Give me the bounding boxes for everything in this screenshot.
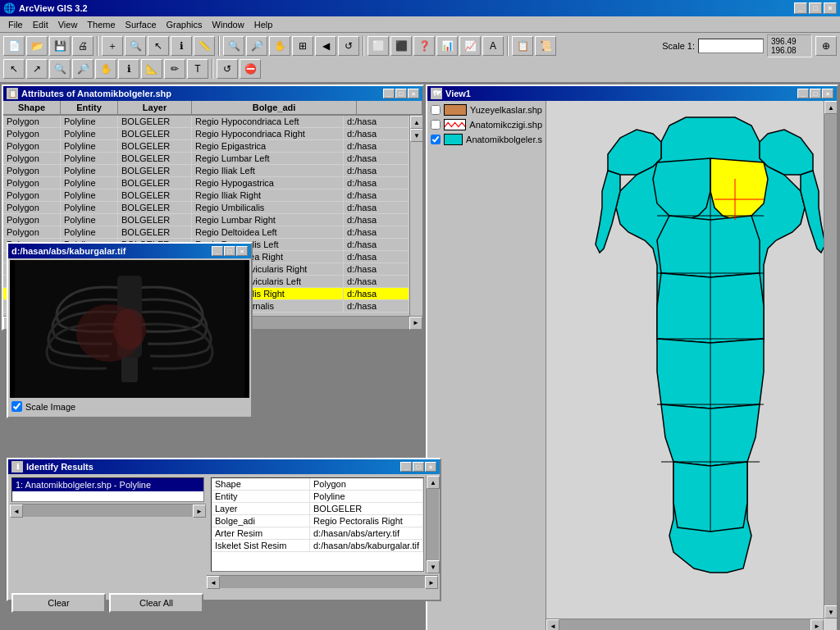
list-scrollbar-h[interactable]: ◄ ►	[10, 504, 206, 517]
view-maximize[interactable]: □	[810, 89, 821, 98]
scroll-up[interactable]: ▲	[410, 116, 422, 129]
menu-graphics[interactable]: Graphics	[162, 18, 208, 31]
table-row[interactable]: PolygonPolylineBOLGELERRegio Deltoidea L…	[3, 226, 409, 239]
map-scrollbar-v[interactable]: ▲ ▼	[824, 101, 837, 619]
save-button[interactable]: 💾	[49, 36, 71, 56]
menu-view[interactable]: View	[53, 18, 83, 31]
maximize-button[interactable]: □	[809, 2, 822, 14]
prev-extent-button[interactable]: ◀	[315, 36, 336, 56]
identify-list-item-0[interactable]: 1: Anatomikbolgeler.shp - Polyline	[12, 478, 203, 491]
add-theme-button[interactable]: ＋	[102, 36, 123, 56]
identify-close[interactable]: ×	[425, 462, 436, 472]
legend-button[interactable]: 📜	[535, 36, 556, 56]
text-tool[interactable]: T	[187, 59, 208, 79]
clear-button[interactable]: Clear	[11, 593, 106, 613]
identify-button[interactable]: ℹ	[171, 36, 192, 56]
info-tool[interactable]: ℹ	[118, 59, 139, 79]
menu-surface[interactable]: Surface	[121, 18, 162, 31]
list-scroll-right[interactable]: ►	[193, 504, 206, 518]
menu-theme[interactable]: Theme	[82, 18, 120, 31]
id-scroll-up[interactable]: ▲	[427, 476, 440, 489]
table-cell: d:/hasa	[344, 214, 409, 226]
menu-window[interactable]: Window	[208, 18, 249, 31]
pointer-tool[interactable]: ↖	[3, 59, 25, 79]
pan-tool[interactable]: ✋	[95, 59, 116, 79]
table-row[interactable]: PolygonPolylineBOLGELERRegio Umbilicalis…	[3, 202, 409, 214]
legend-checkbox-0[interactable]	[431, 105, 441, 115]
layout-button[interactable]: 📋	[512, 36, 533, 56]
image-minimize[interactable]: _	[212, 246, 223, 256]
table-scrollbar-v[interactable]: ▲ ▼	[409, 116, 422, 316]
open-button[interactable]: 📂	[26, 36, 48, 56]
print-button[interactable]: 🖨	[72, 36, 94, 56]
menu-edit[interactable]: Edit	[28, 18, 53, 31]
measure-tool[interactable]: 📐	[141, 59, 162, 79]
label-button[interactable]: A	[482, 36, 504, 56]
zoom-in-button[interactable]: 🔍	[223, 36, 244, 56]
view-close[interactable]: ×	[822, 89, 833, 98]
image-close[interactable]: ×	[236, 246, 248, 256]
table-row[interactable]: PolygonPolylineBOLGELERRegio Epigastrica…	[3, 140, 409, 153]
identify-minimize[interactable]: _	[400, 462, 412, 472]
id-tbl-scroll-right[interactable]: ►	[425, 576, 438, 589]
full-extent-button[interactable]: ⊞	[292, 36, 313, 56]
scroll-down[interactable]: ▼	[410, 129, 422, 142]
zoom-out-button[interactable]: 🔎	[246, 36, 267, 56]
coords-icon[interactable]: ⊕	[815, 36, 837, 56]
id-scroll-down[interactable]: ▼	[427, 560, 440, 573]
attributes-close[interactable]: ×	[408, 89, 419, 98]
table-row[interactable]: PolygonPolylineBOLGELERRegio Iliak Right…	[3, 189, 409, 202]
scale-input[interactable]	[698, 39, 764, 53]
zoom-in-tool[interactable]: 🔍	[49, 59, 71, 79]
map-scroll-down[interactable]: ▼	[824, 605, 837, 619]
identify-list[interactable]: 1: Anatomikbolgeler.shp - Polyline	[11, 477, 204, 502]
refresh-tool[interactable]: ↺	[217, 59, 238, 79]
list-scroll-left[interactable]: ◄	[10, 504, 23, 518]
map-scrollbar-h[interactable]: ◄ ►	[546, 619, 824, 630]
identify-panel: ℹ Identify Results _ □ × 1: Anatomikbolg…	[7, 458, 441, 601]
zoom-out-tool[interactable]: 🔎	[72, 59, 94, 79]
draw-tool[interactable]: ✏	[164, 59, 185, 79]
table-row[interactable]: PolygonPolylineBOLGELERRegio Lumbar Righ…	[3, 214, 409, 226]
menu-help[interactable]: Help	[249, 18, 278, 31]
scale-image-checkbox[interactable]	[11, 401, 22, 412]
id-tbl-scroll-left[interactable]: ◄	[207, 576, 220, 589]
image-maximize[interactable]: □	[224, 246, 235, 256]
close-button[interactable]: ×	[824, 2, 837, 14]
identify-field-value: Polygon	[310, 478, 423, 490]
attributes-maximize[interactable]: □	[395, 89, 407, 98]
measure-button[interactable]: 📏	[194, 36, 215, 56]
table-row[interactable]: PolygonPolylineBOLGELERRegio Hypocondria…	[3, 128, 409, 140]
select-by-theme-button[interactable]: ⬛	[390, 36, 412, 56]
table-row[interactable]: PolygonPolylineBOLGELERRegio Lumbar Left…	[3, 153, 409, 165]
menu-file[interactable]: File	[3, 18, 28, 31]
new-button[interactable]: 📄	[3, 36, 25, 56]
map-scroll-right[interactable]: ►	[810, 619, 824, 630]
app-window-controls[interactable]: _ □ ×	[794, 2, 837, 14]
select-tool[interactable]: ↗	[26, 59, 48, 79]
select-features-button[interactable]: ⬜	[368, 36, 389, 56]
refresh-button[interactable]: ↺	[338, 36, 359, 56]
select-button[interactable]: ↖	[148, 36, 169, 56]
map-scroll-left[interactable]: ◄	[546, 619, 559, 630]
identify-scrollbar-v[interactable]: ▲ ▼	[426, 476, 439, 573]
legend-checkbox-1[interactable]	[431, 120, 441, 130]
chart-button[interactable]: 📈	[459, 36, 481, 56]
minimize-button[interactable]: _	[794, 2, 807, 14]
table-row[interactable]: PolygonPolylineBOLGELERRegio Iliak Leftd…	[3, 165, 409, 177]
map-scroll-up[interactable]: ▲	[824, 101, 837, 114]
identify-table-scrollbar-h[interactable]: ◄ ►	[207, 575, 438, 588]
table-row[interactable]: PolygonPolylineBOLGELERRegio Hypogastric…	[3, 177, 409, 189]
clear-all-button[interactable]: Clear All	[109, 593, 203, 613]
query-button[interactable]: ❓	[413, 36, 435, 56]
attributes-minimize[interactable]: _	[383, 89, 395, 98]
table-button[interactable]: 📊	[436, 36, 458, 56]
scroll-right[interactable]: ►	[409, 317, 422, 330]
identify-maximize[interactable]: □	[413, 462, 424, 472]
stop-tool[interactable]: ⛔	[240, 59, 261, 79]
table-row[interactable]: PolygonPolylineBOLGELERRegio Hypocondria…	[3, 116, 409, 128]
view-minimize[interactable]: _	[797, 89, 809, 98]
legend-checkbox-2[interactable]	[431, 135, 441, 144]
find-button[interactable]: 🔍	[125, 36, 146, 56]
pan-button[interactable]: ✋	[269, 36, 290, 56]
